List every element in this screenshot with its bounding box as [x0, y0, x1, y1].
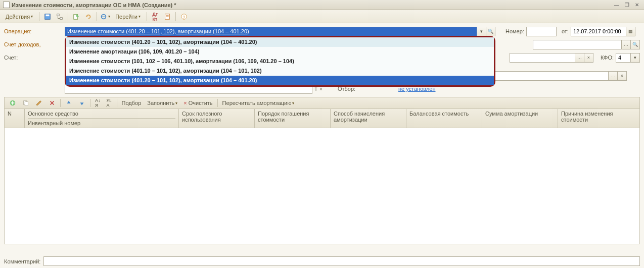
dropdown-option[interactable]: Изменение стоимости (401.20 – 101, 102),… [66, 76, 494, 85]
move-down-icon[interactable] [76, 98, 88, 108]
post-document-icon[interactable] [71, 12, 82, 22]
clear-x-button[interactable]: × [319, 86, 323, 92]
copy-row-icon[interactable] [20, 98, 32, 108]
actions-menu[interactable]: Действия▾ [2, 12, 36, 22]
restore-button[interactable]: ❐ [623, 2, 631, 9]
label-operation: Операция: [4, 28, 65, 34]
dropdown-option[interactable]: Изменение амортизации (106, 109, 401.20 … [66, 47, 494, 57]
separator [39, 12, 39, 21]
main-toolbar: Действия▾ ▾ Перейти▾ ДтКт ? [0, 10, 644, 23]
svg-rect-2 [57, 14, 59, 16]
label-number: Номер: [505, 28, 524, 34]
clear-x-icon: × [183, 100, 187, 106]
close-button[interactable]: ✕ [633, 2, 641, 9]
separator [217, 99, 218, 107]
add-row-icon[interactable] [7, 98, 19, 108]
save-icon[interactable] [42, 12, 53, 22]
kfo-field[interactable] [616, 53, 631, 63]
report-icon[interactable] [162, 12, 173, 22]
separator [60, 99, 61, 107]
calendar-icon[interactable]: ▦ [626, 27, 635, 36]
edit-row-icon[interactable] [33, 98, 45, 108]
col-life[interactable]: Срок полезного использования [179, 109, 255, 128]
chevron-down-icon: ▾ [292, 101, 294, 105]
separator [147, 12, 147, 21]
col-balance[interactable]: Балансовая стоимость [406, 109, 482, 128]
table-actions-bar: А↓Я Я↓А Подбор Заполнить▾ ×Очистить Пере… [4, 97, 640, 109]
row-comment: Комментарий: [4, 256, 640, 266]
dropdown-option[interactable]: Изменение стоимости (401.10 – 101, 102),… [66, 66, 494, 76]
document-icon [3, 2, 10, 8]
delete-row-icon[interactable] [46, 98, 58, 108]
hierarchy-icon[interactable] [54, 12, 65, 22]
svg-rect-1 [46, 14, 50, 16]
window-title: Изменение стоимости, амортизации ОС и НМ… [12, 2, 176, 8]
search-icon[interactable]: 🔍 [486, 27, 495, 36]
label-income-account: Счет доходов, [4, 41, 65, 47]
sort-asc-icon[interactable]: А↓Я [93, 98, 103, 108]
recalc-button[interactable]: Пересчитать амортизацию▾ [220, 98, 297, 108]
title-bar: Изменение стоимости, амортизации ОС и НМ… [0, 0, 644, 10]
dtkt-icon[interactable]: ДтКт [150, 12, 161, 22]
account-field[interactable] [510, 53, 575, 63]
comment-field[interactable] [43, 256, 640, 266]
row-operation: Операция: Изменение стоимости (401.20 – … [4, 26, 640, 36]
svg-text:?: ? [182, 14, 185, 19]
label-account: Счет: [4, 55, 65, 61]
fill-button[interactable]: Заполнить▾ [145, 98, 180, 108]
chevron-down-icon: ▾ [108, 14, 110, 19]
col-asset-group[interactable]: Основное средство Инвентарный номер [25, 109, 179, 128]
label-kfo: КФО: [601, 55, 614, 61]
chevron-down-icon: ▾ [31, 14, 33, 19]
ellipsis-icon[interactable]: … [609, 71, 618, 81]
goto-menu[interactable]: Перейти▾ [112, 12, 144, 22]
form-area: Операция: Изменение стоимости (401.20 – … [0, 23, 644, 94]
format-t-button[interactable]: T [314, 86, 317, 92]
window-controls: — ❐ ✕ [613, 2, 641, 9]
table-header: N Основное средство Инвентарный номер Ср… [4, 109, 640, 128]
label-comment: Комментарий: [4, 258, 40, 264]
chevron-down-icon[interactable]: ▾ [477, 27, 486, 36]
sort-desc-icon[interactable]: Я↓А [104, 98, 115, 108]
move-up-icon[interactable] [63, 98, 75, 108]
operation-value: Изменение стоимости (401.20 – 101, 102),… [65, 27, 477, 36]
dropdown-option[interactable]: Изменение стоимости (401.20 – 101, 102),… [66, 37, 494, 47]
link-icon[interactable]: ▾ [100, 12, 111, 22]
svg-rect-3 [60, 17, 62, 19]
separator [175, 12, 176, 21]
operation-field[interactable]: Изменение стоимости (401.20 – 101, 102),… [65, 27, 495, 36]
operation-dropdown[interactable]: Изменение стоимости (401.20 – 101, 102),… [65, 36, 495, 87]
chevron-down-icon: ▾ [175, 101, 177, 105]
help-icon[interactable]: ? [178, 12, 190, 22]
number-field[interactable] [526, 27, 557, 36]
col-n[interactable]: N [5, 109, 25, 128]
col-inv: Инвентарный номер [28, 120, 175, 126]
refresh-icon[interactable] [83, 12, 94, 22]
separator [97, 12, 97, 21]
clear-icon[interactable]: × [584, 53, 593, 63]
minimize-button[interactable]: — [613, 2, 621, 9]
separator [117, 99, 117, 107]
dropdown-option[interactable]: Изменение стоимости (101, 102 – 106, 401… [66, 57, 494, 66]
separator [68, 12, 68, 21]
date-field[interactable] [571, 27, 626, 36]
col-asset: Основное средство [28, 111, 175, 119]
separator [90, 99, 90, 107]
select-button[interactable]: Подбор [119, 98, 144, 108]
clear-icon[interactable]: × [618, 71, 627, 81]
col-amort[interactable]: Сумма амортизации [482, 109, 558, 128]
col-reason[interactable]: Причина изменения стоимости [558, 109, 639, 128]
ellipsis-icon[interactable]: … [575, 53, 584, 63]
clear-button[interactable]: ×Очистить [181, 98, 215, 108]
col-method[interactable]: Способ начисления амортизации [331, 109, 406, 128]
label-from: от: [562, 28, 569, 34]
ellipsis-icon[interactable]: … [622, 40, 631, 49]
table-body[interactable] [4, 128, 640, 244]
search-icon[interactable]: 🔍 [631, 40, 640, 49]
chevron-down-icon[interactable]: ▾ [631, 53, 640, 63]
chevron-down-icon: ▾ [139, 14, 141, 19]
svg-rect-18 [25, 101, 28, 105]
col-repay[interactable]: Порядок погашения стоимости [255, 109, 331, 128]
income-account-field[interactable] [533, 40, 622, 49]
